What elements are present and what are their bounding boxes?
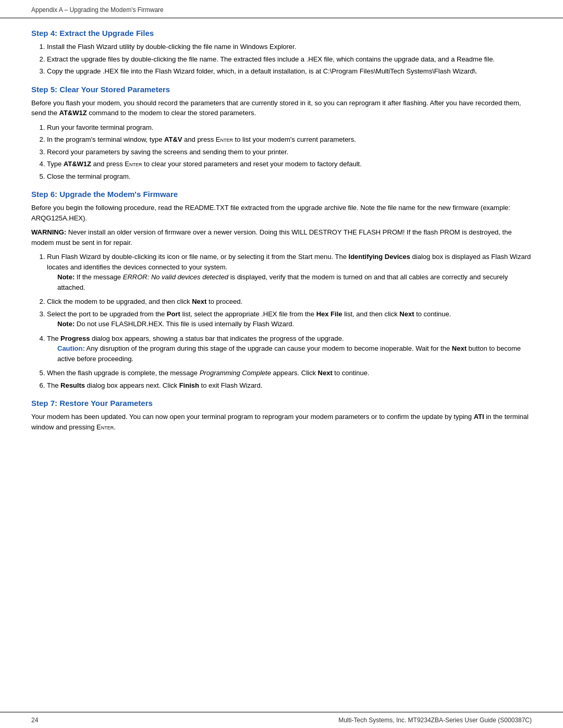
note-block: Note: Do not use FLASHLDR.HEX. This file… — [47, 319, 532, 329]
list-item: In the program's terminal window, type A… — [47, 134, 532, 145]
list-item: Run Flash Wizard by double-clicking its … — [47, 252, 532, 292]
step5-heading: Step 5: Clear Your Stored Parameters — [31, 85, 532, 94]
list-item: Extract the upgrade files by double-clic… — [47, 54, 532, 65]
list-item: Record your parameters by saving the scr… — [47, 147, 532, 157]
list-item: When the flash upgrade is complete, the … — [47, 368, 532, 378]
step5-list: Run your favorite terminal program. In t… — [47, 122, 532, 182]
list-item: Click the modem to be upgraded, and then… — [47, 297, 532, 307]
list-item: The Results dialog box appears next. Cli… — [47, 380, 532, 391]
page-content: Step 4: Extract the Upgrade Files Instal… — [0, 18, 563, 712]
step4-heading: Step 4: Extract the Upgrade Files — [31, 29, 532, 38]
page-header: Appendix A – Upgrading the Modem's Firmw… — [0, 0, 563, 18]
list-item: Type AT&W1Z and press Enter to clear you… — [47, 159, 532, 169]
company-info: Multi-Tech Systems, Inc. MT9234ZBA-Serie… — [338, 717, 532, 724]
page-number: 24 — [31, 717, 38, 724]
step7-text: Your modem has been updated. You can now… — [31, 412, 532, 432]
list-item: Copy the upgrade .HEX file into the Flas… — [47, 66, 532, 77]
page: Appendix A – Upgrading the Modem's Firmw… — [0, 0, 563, 728]
step7-heading: Step 7: Restore Your Parameters — [31, 399, 532, 408]
list-item: The Progress dialog box appears, showing… — [47, 334, 532, 364]
list-item: Close the terminal program. — [47, 171, 532, 182]
step6-list: Run Flash Wizard by double-clicking its … — [47, 252, 532, 390]
list-item: Install the Flash Wizard utility by doub… — [47, 42, 532, 52]
step6-intro: Before you begin the following procedure… — [31, 203, 532, 223]
caution-block: Caution: Any disruption of the program d… — [47, 343, 532, 364]
step6-warning: WARNING: Never install an older version … — [31, 227, 532, 248]
list-item: Select the port to be upgraded from the … — [47, 309, 532, 329]
step6-heading: Step 6: Upgrade the Modem's Firmware — [31, 190, 532, 199]
note-block: Note: If the message ERROR: No valid dev… — [47, 272, 532, 292]
list-item: Run your favorite terminal program. — [47, 122, 532, 133]
step4-list: Install the Flash Wizard utility by doub… — [47, 42, 532, 77]
step5-intro: Before you flash your modem, you should … — [31, 98, 532, 118]
page-footer: 24 Multi-Tech Systems, Inc. MT9234ZBA-Se… — [0, 712, 563, 728]
header-text: Appendix A – Upgrading the Modem's Firmw… — [31, 6, 164, 14]
